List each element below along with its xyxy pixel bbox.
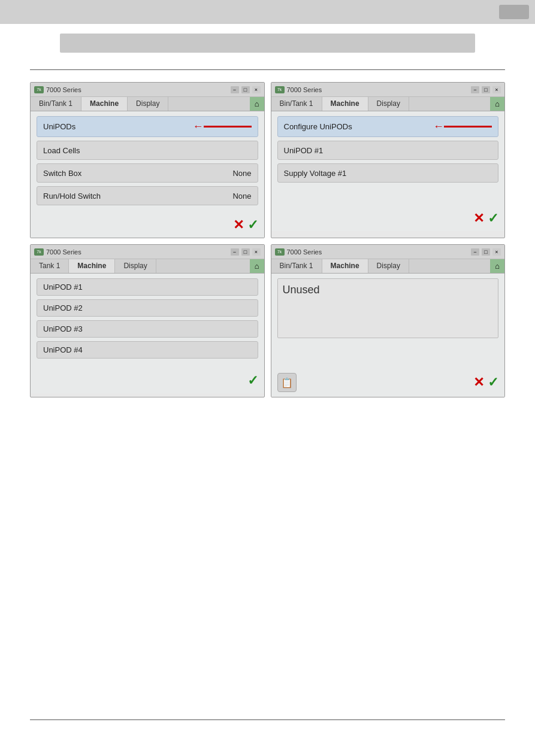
label-configure-unipods: Configure UniPODs: [284, 122, 352, 131]
titlebar-bottom-right: 7k 7000 Series − □ ×: [271, 245, 505, 259]
info-button[interactable]: 📋: [277, 373, 297, 392]
row-supply-voltage[interactable]: Supply Voltage #1: [277, 163, 499, 183]
top-divider: [30, 69, 505, 70]
body-top-right: Configure UniPODs ← UniPOD #1 Supply Vol…: [271, 111, 505, 207]
value-runhold: None: [232, 192, 251, 201]
btn-row-top-left: ✕ ✓: [31, 214, 264, 238]
win-icon-top-left: 7k: [34, 86, 44, 93]
confirm-btn-top-left[interactable]: ✓: [247, 217, 258, 233]
win-icon-bottom-left: 7k: [34, 248, 44, 256]
maximize-btn-top-left[interactable]: □: [241, 86, 250, 93]
tabs-top-right: Bin/Tank 1 Machine Display ⌂: [271, 97, 505, 111]
panel-bottom-left: 7k 7000 Series − □ × Tank 1 Machine Disp…: [30, 244, 265, 397]
tab-tank-bottom-left[interactable]: Tank 1: [31, 259, 69, 273]
body-bottom-left: UniPOD #1 UniPOD #2 UniPOD #3 UniPOD #4: [31, 274, 264, 369]
win-title-top-left: 7000 Series: [46, 86, 81, 93]
panel-bottom-right: 7k 7000 Series − □ × Bin/Tank 1 Machine …: [271, 244, 506, 397]
btn-row-bottom-right: 📋 ✕ ✓: [271, 369, 505, 397]
arrow-line-unipods: [204, 126, 252, 127]
close-btn-bottom-left[interactable]: ×: [252, 248, 261, 256]
tab-bintank-top-left[interactable]: Bin/Tank 1: [31, 97, 81, 111]
tabs-top-left: Bin/Tank 1 Machine Display ⌂: [31, 97, 264, 111]
close-btn-top-right[interactable]: ×: [492, 86, 501, 93]
tab-machine-bottom-right[interactable]: Machine: [322, 259, 368, 273]
panels-grid: 7k 7000 Series − □ × Bin/Tank 1 Machine …: [30, 82, 505, 397]
tabs-bottom-right: Bin/Tank 1 Machine Display ⌂: [271, 259, 505, 274]
home-btn-top-right[interactable]: ⌂: [490, 97, 504, 111]
win-title-bottom-right: 7000 Series: [287, 248, 322, 256]
arrow-icon-configure: ←: [433, 120, 444, 133]
label-unipods: UniPODs: [43, 122, 75, 131]
maximize-btn-bottom-left[interactable]: □: [241, 248, 250, 256]
row-unipods[interactable]: UniPODs ←: [37, 116, 258, 137]
list-item-unipod3[interactable]: UniPOD #3: [37, 320, 258, 338]
label-switch-box: Switch Box: [43, 169, 81, 178]
row-unipod1-tr[interactable]: UniPOD #1: [277, 141, 499, 160]
panel-top-right: 7k 7000 Series − □ × Bin/Tank 1 Machine …: [271, 82, 506, 238]
tabs-bottom-left: Tank 1 Machine Display ⌂: [31, 259, 264, 274]
list-item-unipod1[interactable]: UniPOD #1: [37, 278, 258, 296]
win-icon-top-right: 7k: [275, 86, 285, 93]
home-btn-top-left[interactable]: ⌂: [250, 97, 264, 111]
top-bar-button[interactable]: [499, 5, 529, 19]
label-unipod1-tr: UniPOD #1: [284, 146, 324, 155]
win-title-bottom-left: 7000 Series: [46, 248, 81, 256]
maximize-btn-top-right[interactable]: □: [482, 86, 490, 93]
maximize-btn-bottom-right[interactable]: □: [482, 248, 490, 256]
row-switch-box[interactable]: Switch Box None: [37, 163, 258, 183]
list-item-unipod4[interactable]: UniPOD #4: [37, 341, 258, 359]
label-runhold: Run/Hold Switch: [43, 192, 101, 201]
tab-display-top-right[interactable]: Display: [368, 97, 409, 111]
label-load-cells: Load Cells: [43, 146, 80, 155]
confirm-btn-top-right[interactable]: ✓: [488, 211, 498, 226]
titlebar-top-right: 7k 7000 Series − □ ×: [271, 83, 505, 97]
tab-display-top-left[interactable]: Display: [128, 97, 168, 111]
cancel-btn-top-left[interactable]: ✕: [233, 217, 244, 233]
info-icon: 📋: [281, 377, 293, 388]
cancel-btn-bottom-right[interactable]: ✕: [473, 375, 484, 390]
tab-display-bottom-right[interactable]: Display: [368, 259, 409, 273]
row-configure-unipods[interactable]: Configure UniPODs ←: [277, 116, 499, 137]
close-btn-top-left[interactable]: ×: [252, 86, 261, 93]
row-load-cells[interactable]: Load Cells: [37, 141, 258, 160]
tab-machine-top-left[interactable]: Machine: [81, 97, 128, 111]
titlebar-bottom-left: 7k 7000 Series − □ ×: [31, 245, 264, 259]
top-bar: [0, 0, 535, 24]
tab-bintank-top-right[interactable]: Bin/Tank 1: [271, 97, 322, 111]
win-title-top-right: 7000 Series: [287, 86, 322, 93]
cancel-btn-top-right[interactable]: ✕: [473, 211, 484, 226]
list-item-unipod2[interactable]: UniPOD #2: [37, 299, 258, 317]
minimize-btn-bottom-right[interactable]: −: [471, 248, 479, 256]
bottom-divider: [30, 719, 505, 720]
titlebar-top-left: 7k 7000 Series − □ ×: [31, 83, 264, 97]
home-btn-bottom-right[interactable]: ⌂: [490, 259, 504, 273]
text-display-unused: Unused: [277, 278, 499, 338]
value-switch-box: None: [232, 169, 251, 178]
home-btn-bottom-left[interactable]: ⌂: [250, 259, 264, 273]
tab-machine-bottom-left[interactable]: Machine: [69, 259, 115, 273]
header-band: [60, 34, 475, 53]
tab-bintank-bottom-right[interactable]: Bin/Tank 1: [271, 259, 322, 273]
body-bottom-right: Unused: [271, 274, 505, 369]
confirm-btn-bottom-right[interactable]: ✓: [488, 375, 498, 390]
panel-top-left: 7k 7000 Series − □ × Bin/Tank 1 Machine …: [30, 82, 265, 238]
arrow-line-configure: [444, 126, 492, 127]
btn-row-bottom-left: ✓: [31, 369, 264, 393]
label-supply-voltage: Supply Voltage #1: [284, 169, 347, 178]
tab-display-bottom-left[interactable]: Display: [115, 259, 156, 273]
body-top-left: UniPODs ← Load Cells Switch Box None: [31, 111, 264, 214]
minimize-btn-bottom-left[interactable]: −: [231, 248, 239, 256]
minimize-btn-top-left[interactable]: −: [231, 86, 239, 93]
btn-row-top-right: ✕ ✓: [271, 207, 505, 231]
row-runhold[interactable]: Run/Hold Switch None: [37, 186, 258, 205]
arrow-icon-unipods: ←: [193, 120, 204, 133]
tab-machine-top-right[interactable]: Machine: [322, 97, 368, 111]
close-btn-bottom-right[interactable]: ×: [492, 248, 501, 256]
main-content: 7k 7000 Series − □ × Bin/Tank 1 Machine …: [0, 57, 535, 478]
confirm-btn-bottom-left[interactable]: ✓: [247, 373, 258, 388]
minimize-btn-top-right[interactable]: −: [471, 86, 479, 93]
win-icon-bottom-right: 7k: [275, 248, 285, 256]
